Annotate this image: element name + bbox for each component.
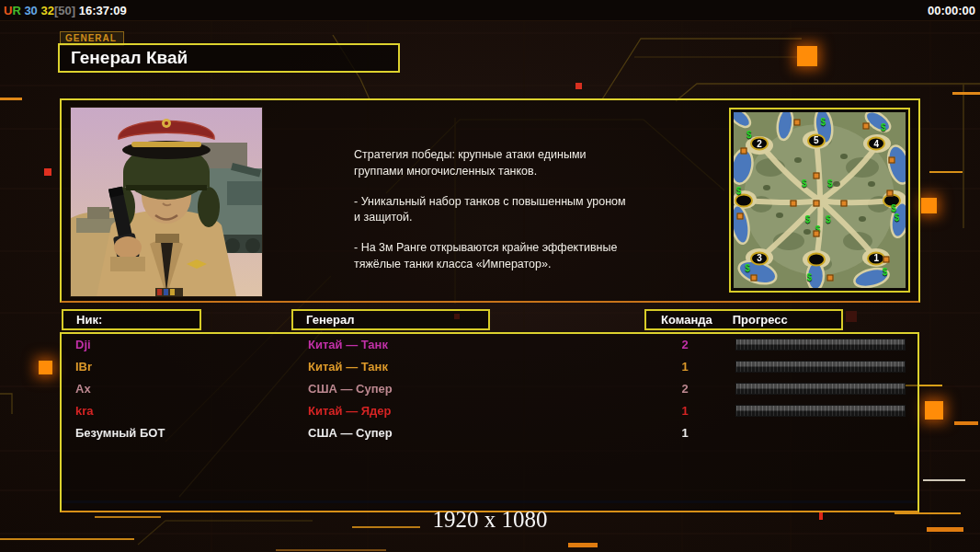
strategy-text: Стратегия победы: крупные атаки едиными … [354, 147, 657, 287]
player-team: 2 [674, 338, 696, 351]
player-row: DjiКитай — Танк2 [62, 334, 917, 356]
map-start-position: 4 [867, 137, 885, 151]
top-bar: UR 30 32[50] 16:37:09 00:00:00 [0, 0, 980, 21]
map-supply-icon [737, 213, 744, 219]
general-title: Генерал Квай [60, 48, 188, 68]
circuit-decor [0, 98, 22, 100]
player-team: 1 [674, 404, 696, 418]
player-row: AxСША — Супер2 [62, 378, 917, 400]
strategy-paragraph: - На 3м Ранге открываются крайне эффекти… [354, 240, 657, 273]
player-progress-bar [735, 383, 906, 395]
map-money-icon: $ [826, 215, 831, 224]
player-nick: IBr [75, 360, 92, 374]
map-start-position: 5 [807, 133, 826, 147]
status-segment: 32 [38, 4, 54, 17]
map-supply-icon [887, 190, 894, 196]
circuit-decor [846, 311, 857, 322]
player-general: Китай — Ядер [308, 404, 392, 418]
circuit-decor [276, 549, 386, 551]
match-timer: 00:00:00 [928, 4, 980, 17]
map-money-icon: $ [881, 123, 886, 132]
map-start-position: 3 [750, 251, 769, 265]
glow-square-decor [797, 46, 817, 66]
player-team: 1 [674, 426, 696, 440]
column-header-progress: Прогресс [733, 313, 788, 327]
player-nick: Dji [75, 338, 91, 351]
player-general: США — Супер [308, 382, 393, 396]
map-supply-icon [813, 230, 819, 236]
map-supply-icon [826, 274, 833, 281]
player-row: Безумный БОТСША — Супер1 [62, 422, 917, 444]
glow-square-decor [39, 361, 52, 374]
general-portrait [71, 108, 262, 296]
column-header-general: Генерал [291, 309, 490, 330]
map-money-icon: $ [805, 215, 811, 224]
map-money-icon: $ [883, 268, 888, 277]
status-segment: 16:37:09 [75, 4, 127, 17]
map-supply-icon [813, 201, 819, 207]
glow-square-decor [921, 198, 937, 213]
player-nick: Безумный БОТ [75, 426, 165, 440]
map-money-icon: $ [746, 131, 752, 140]
column-header-team-progress: Команда Прогресс [644, 309, 843, 330]
map-money-icon: $ [745, 264, 750, 273]
map-money-icon: $ [820, 118, 826, 127]
player-progress-bar [735, 361, 906, 373]
player-progress-bar [735, 405, 906, 417]
map-money-icon: $ [895, 213, 900, 223]
map-money-icon: $ [736, 187, 742, 196]
column-header-team: Команда [661, 313, 712, 327]
map-supply-icon [883, 257, 890, 263]
circuit-decor [923, 479, 965, 481]
map-money-icon: $ [802, 179, 807, 189]
circuit-decor [954, 421, 978, 425]
map-supply-icon [889, 156, 895, 163]
circuit-decor [952, 92, 980, 95]
map-supply-icon [840, 201, 847, 207]
player-team: 1 [674, 360, 696, 374]
status-segment: R [12, 4, 20, 17]
status-segment: 30 [21, 4, 38, 17]
map-supply-icon [813, 172, 819, 178]
map-preview: 25431$$$$$$$$$$$$$$ [729, 108, 910, 293]
map-supply-icon [751, 274, 758, 281]
map-money-icon: $ [827, 179, 833, 189]
status-segment: [50] [54, 4, 75, 17]
circuit-decor [44, 168, 51, 176]
glow-square-decor [925, 401, 943, 420]
strategy-paragraph: Стратегия победы: крупные атаки едиными … [354, 147, 657, 180]
general-info-panel: Стратегия победы: крупные атаки едиными … [60, 98, 920, 303]
player-general: Китай — Танк [308, 360, 388, 374]
map-supply-icon [794, 120, 801, 126]
circuit-decor [929, 171, 963, 173]
player-nick: Ax [75, 382, 91, 396]
circuit-decor [0, 538, 134, 540]
connection-status: UR 30 32[50] 16:37:09 [0, 4, 127, 17]
game-lobby-screen: UR 30 32[50] 16:37:09 00:00:00 GENERAL Г… [0, 0, 980, 552]
player-general: США — Супер [308, 426, 393, 440]
status-segment: U [4, 4, 12, 17]
circuit-decor [575, 83, 582, 89]
column-header-nick: Ник: [62, 309, 201, 330]
resolution-label: 1920 x 1080 [0, 507, 980, 533]
player-general: Китай — Танк [308, 338, 388, 351]
player-team: 2 [674, 382, 696, 396]
player-progress-bar [735, 339, 906, 351]
map-money-icon: $ [806, 273, 812, 282]
player-nick: kra [75, 404, 94, 418]
player-list: DjiКитай — Танк2IBrКитай — Танк1AxСША — … [60, 332, 919, 512]
circuit-decor [568, 543, 598, 547]
map-supply-icon [791, 201, 797, 207]
map-supply-icon [862, 123, 869, 130]
map-start-position [807, 253, 826, 267]
strategy-paragraph: - Уникальный набор танков с повышенным у… [354, 194, 657, 227]
general-title-box: Генерал Квай [58, 43, 400, 73]
map-start-position: 2 [750, 137, 769, 151]
map-supply-icon [741, 148, 747, 155]
player-row: IBrКитай — Танк1 [62, 356, 917, 378]
player-row: kraКитай — Ядер1 [62, 400, 917, 422]
